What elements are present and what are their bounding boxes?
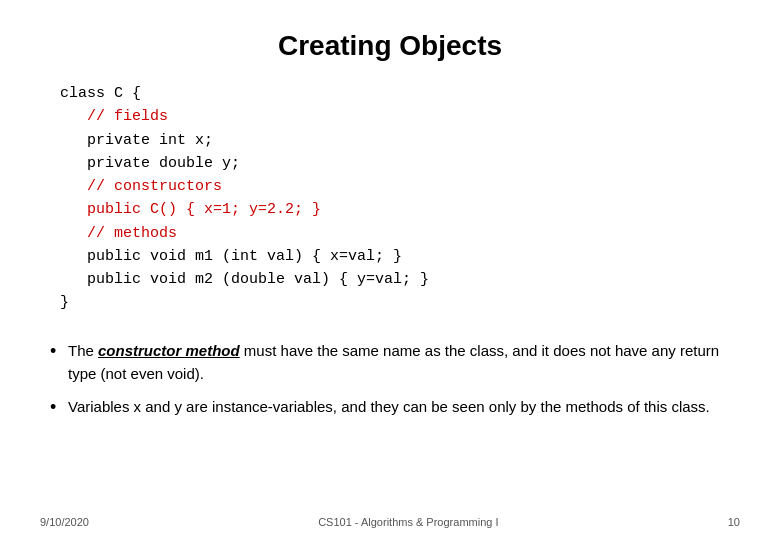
bullet-text-1: The constructor method must have the sam… bbox=[68, 339, 740, 386]
slide-container: Creating Objects class C { // fields pri… bbox=[0, 0, 780, 540]
code-line-8: public void m1 (int val) { x=val; } bbox=[60, 245, 740, 268]
bullet-dot-1: • bbox=[50, 339, 68, 364]
code-line-2: // fields bbox=[60, 105, 740, 128]
footer-left: 9/10/2020 bbox=[40, 516, 89, 528]
slide-title: Creating Objects bbox=[40, 30, 740, 62]
constructor-method-label: constructor method bbox=[98, 342, 240, 359]
footer-center: CS101 - Algorithms & Programming I bbox=[89, 516, 728, 528]
slide-footer: 9/10/2020 CS101 - Algorithms & Programmi… bbox=[40, 516, 740, 528]
bullet-section: • The constructor method must have the s… bbox=[40, 339, 740, 421]
bullet-item-2: • Variables x and y are instance-variabl… bbox=[50, 395, 740, 420]
code-line-9: public void m2 (double val) { y=val; } bbox=[60, 268, 740, 291]
code-line-10: } bbox=[60, 291, 740, 314]
code-line-5: // constructors bbox=[60, 175, 740, 198]
bullet-item-1: • The constructor method must have the s… bbox=[50, 339, 740, 386]
code-line-6: public C() { x=1; y=2.2; } bbox=[60, 198, 740, 221]
footer-right: 10 bbox=[728, 516, 740, 528]
bullet-dot-2: • bbox=[50, 395, 68, 420]
code-line-1: class C { bbox=[60, 82, 740, 105]
bullet-text-2: Variables x and y are instance-variables… bbox=[68, 395, 740, 418]
code-block: class C { // fields private int x; priva… bbox=[40, 82, 740, 315]
code-line-3: private int x; bbox=[60, 129, 740, 152]
code-line-4: private double y; bbox=[60, 152, 740, 175]
code-line-7: // methods bbox=[60, 222, 740, 245]
